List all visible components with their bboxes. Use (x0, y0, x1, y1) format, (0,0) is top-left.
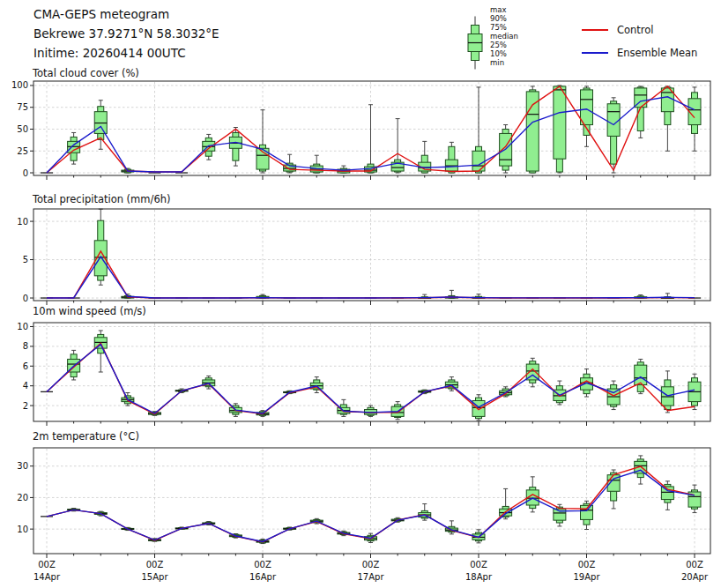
y-tick-label: 4 (23, 381, 28, 391)
boxplot-legend-glyph (462, 5, 488, 78)
grid (34, 210, 710, 300)
y-tick-label: 100 (11, 80, 28, 90)
boxplot-group (41, 86, 701, 173)
legend-entry-ensemble-mean: Ensemble Mean (582, 46, 697, 60)
y-axis: 0510 (17, 217, 33, 303)
ensemble-mean-line-swatch (582, 52, 608, 54)
y-tick-label: 30 (17, 461, 28, 471)
panel-title-temperature: 2m temperature (°C) (33, 430, 139, 443)
x-tick-date: 19Apr (573, 572, 600, 582)
legend-label-max: max (490, 5, 518, 14)
box-25-75 (581, 505, 593, 519)
x-tick-date: 14Apr (33, 572, 61, 582)
box-25-75 (661, 487, 673, 500)
panel-title-cloud-cover: Total cloud cover (%) (33, 67, 139, 79)
x-tick-date: 18Apr (465, 572, 493, 582)
box-25-75 (688, 99, 701, 125)
meteogram-chart: 0255075100051024681010203000Z14Apr00Z15A… (0, 0, 721, 588)
box-25-75 (607, 104, 620, 137)
x-tick-date: 16Apr (249, 572, 277, 582)
panel-title-wind-speed: 10m wind speed (m/s) (33, 305, 146, 317)
y-tick-label: 2 (23, 401, 28, 411)
x-tick-hour: 00Z (146, 560, 164, 569)
panel-3: 102030 (17, 448, 710, 558)
init-time: Initime: 20260414 00UTC (33, 46, 186, 60)
legend-entry-control: Control (582, 23, 697, 37)
page-title: CMA-GEPS meteogram (33, 7, 169, 21)
y-axis: 0255075100 (11, 80, 33, 177)
line-legend: Control Ensemble Mean (582, 23, 697, 69)
box-25-75 (554, 86, 566, 159)
y-tick-label: 5 (23, 255, 28, 264)
x-tick-hour: 00Z (254, 560, 271, 569)
boxplot-group (41, 456, 701, 544)
panel-frame (33, 323, 710, 421)
y-tick-label: 6 (23, 361, 28, 371)
x-ticks (47, 421, 695, 426)
legend-label-min: min (490, 58, 518, 67)
control-line-swatch (582, 29, 608, 31)
box-25-75 (635, 365, 647, 384)
panel-frame (33, 209, 710, 301)
x-tick-date: 17Apr (357, 572, 384, 582)
box-25-75 (472, 151, 485, 171)
y-tick-label: 8 (23, 341, 28, 351)
control-label: Control (617, 24, 654, 36)
legend-label-25: 25% (490, 41, 518, 49)
y-tick-label: 10 (17, 322, 28, 331)
y-tick-label: 0 (23, 168, 28, 178)
y-tick-label: 10 (17, 217, 28, 227)
ensemble-mean-label: Ensemble Mean (617, 47, 697, 59)
panel-0: 0255075100 (11, 80, 710, 180)
x-ticks (47, 175, 695, 180)
panel-1: 0510 (17, 209, 710, 305)
panel-2: 246810 (17, 322, 710, 426)
control-line (47, 466, 695, 542)
y-tick-label: 75 (17, 102, 28, 112)
legend-label-75: 75% (490, 23, 518, 32)
x-tick-hour: 00Z (578, 560, 596, 569)
x-tick-hour: 00Z (470, 560, 487, 569)
boxplot-legend-labels: max 90% 75% median 25% 10% min (490, 5, 518, 67)
legend-label-10: 10% (490, 49, 518, 58)
x-ticks (47, 554, 695, 558)
legend-label-median: median (490, 32, 518, 41)
meteogram-page: 0255075100051024681010203000Z14Apr00Z15A… (0, 0, 721, 588)
y-axis: 246810 (17, 322, 33, 411)
station-location: Bekrewe 37.9271°N 58.3032°E (33, 26, 219, 41)
y-tick-label: 20 (17, 493, 28, 502)
x-tick-hour: 00Z (362, 560, 380, 569)
x-axis-labels: 00Z14Apr00Z15Apr00Z16Apr00Z17Apr00Z18Apr… (33, 560, 709, 582)
y-tick-label: 0 (23, 294, 28, 303)
legend-label-90: 90% (490, 14, 518, 23)
x-tick-hour: 00Z (38, 560, 56, 569)
x-tick-date: 20Apr (681, 572, 709, 582)
y-tick-label: 25 (17, 146, 28, 156)
box-25-75 (581, 90, 593, 125)
panel-title-precipitation: Total precipitation (mm/6h) (33, 193, 170, 205)
box-25-75 (526, 92, 539, 171)
x-tick-hour: 00Z (686, 560, 703, 569)
y-tick-label: 50 (17, 124, 28, 134)
y-axis: 102030 (17, 461, 33, 533)
y-tick-label: 10 (17, 525, 28, 534)
x-tick-date: 15Apr (141, 572, 168, 582)
